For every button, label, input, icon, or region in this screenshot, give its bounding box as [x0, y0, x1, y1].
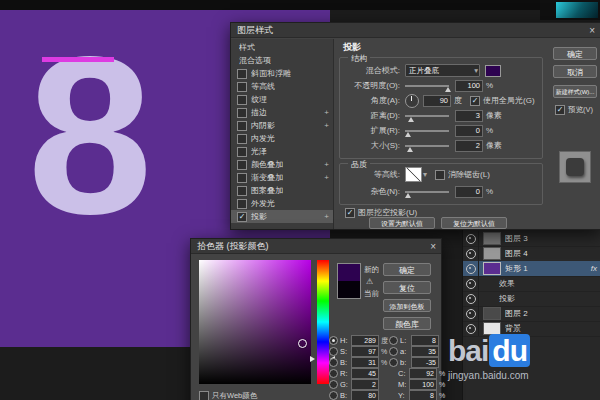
- ok-button[interactable]: 确定: [553, 47, 597, 60]
- add-instance-icon[interactable]: +: [324, 212, 329, 221]
- radio-h[interactable]: [329, 336, 338, 345]
- set-default-button[interactable]: 设置为默认值: [369, 217, 435, 229]
- l-input[interactable]: 8: [411, 335, 439, 346]
- radio-s[interactable]: [329, 347, 338, 356]
- checkbox[interactable]: [237, 69, 247, 79]
- layer-row-selected[interactable]: 矩形 1 fx: [463, 261, 600, 277]
- new-style-button[interactable]: 新建样式(W)...: [553, 85, 597, 98]
- checkbox[interactable]: [237, 147, 247, 157]
- style-list-item-inner-glow[interactable]: 内发光: [231, 132, 333, 145]
- radio-b2[interactable]: [329, 391, 338, 400]
- r-input[interactable]: 45: [351, 368, 379, 379]
- lab-b-input[interactable]: -35: [411, 357, 439, 368]
- checkbox[interactable]: [237, 121, 247, 131]
- cancel-button[interactable]: 取消: [553, 65, 597, 78]
- layer-row[interactable]: 图层 3: [463, 231, 600, 247]
- checkbox[interactable]: ✓: [237, 212, 247, 222]
- s-input[interactable]: 97: [351, 346, 379, 357]
- shadow-color-swatch[interactable]: [485, 65, 501, 77]
- add-instance-icon[interactable]: +: [324, 160, 329, 169]
- radio-lab-b[interactable]: [389, 358, 398, 367]
- angle-input[interactable]: 90: [423, 95, 451, 107]
- checkbox[interactable]: [237, 186, 247, 196]
- checkbox[interactable]: [237, 95, 247, 105]
- add-instance-icon[interactable]: +: [324, 121, 329, 130]
- visibility-toggle[interactable]: [463, 246, 479, 261]
- radio-l[interactable]: [389, 336, 398, 345]
- visibility-toggle[interactable]: [463, 261, 479, 276]
- y-input[interactable]: 8: [409, 390, 437, 400]
- layer-row[interactable]: 图层 2: [463, 306, 600, 322]
- ok-button[interactable]: 确定: [383, 263, 431, 276]
- effects-row[interactable]: 效果: [463, 276, 600, 292]
- opacity-slider[interactable]: [405, 85, 449, 87]
- style-list-item-bevel-emboss[interactable]: 斜面和浮雕: [231, 67, 333, 80]
- style-list-item-pattern-overlay[interactable]: 图案叠加: [231, 184, 333, 197]
- g-input[interactable]: 2: [351, 379, 379, 390]
- distance-input[interactable]: 3: [455, 110, 483, 122]
- saturation-brightness-field[interactable]: [199, 260, 311, 384]
- reset-button[interactable]: 复位: [383, 281, 431, 294]
- add-to-swatches-button[interactable]: 添加到色板: [383, 299, 431, 312]
- style-list-item-satin[interactable]: 光泽: [231, 145, 333, 158]
- color-picker-titlebar[interactable]: 拾色器 (投影颜色) ×: [191, 239, 441, 254]
- visibility-toggle[interactable]: [463, 306, 479, 321]
- layer-thumbnail[interactable]: [483, 247, 501, 260]
- layer-style-titlebar[interactable]: 图层样式 ×: [231, 23, 600, 38]
- contour-thumbnail[interactable]: [405, 167, 422, 182]
- c-input[interactable]: 92: [409, 368, 437, 379]
- antialias-checkbox[interactable]: [435, 170, 445, 180]
- style-list-item-outer-glow[interactable]: 外发光: [231, 197, 333, 210]
- hue-slider[interactable]: [317, 260, 329, 384]
- layer-thumbnail[interactable]: [483, 262, 501, 275]
- b-input[interactable]: 31: [351, 357, 379, 368]
- style-list-item-contour[interactable]: 等高线: [231, 80, 333, 93]
- radio-a[interactable]: [389, 347, 398, 356]
- style-list-item-texture[interactable]: 纹理: [231, 93, 333, 106]
- distance-slider[interactable]: [405, 115, 449, 117]
- checkbox[interactable]: [237, 134, 247, 144]
- layer-knockout-checkbox[interactable]: ✓: [345, 208, 355, 218]
- spread-input[interactable]: 0: [455, 125, 483, 137]
- style-list-item-blending-options[interactable]: 混合选项: [231, 54, 333, 67]
- b2-input[interactable]: 80: [351, 390, 379, 400]
- drop-shadow-effect-row[interactable]: 投影: [463, 291, 600, 307]
- spread-slider[interactable]: [405, 130, 449, 132]
- gamut-warning-icon[interactable]: ⚠: [366, 277, 373, 286]
- checkbox[interactable]: [237, 82, 247, 92]
- opacity-input[interactable]: 100: [455, 80, 483, 92]
- visibility-toggle[interactable]: [463, 231, 479, 246]
- close-icon[interactable]: ×: [430, 239, 436, 254]
- add-instance-icon[interactable]: +: [324, 108, 329, 117]
- h-input[interactable]: 289: [351, 335, 379, 346]
- style-list-item-stroke[interactable]: 描边+: [231, 106, 333, 119]
- layer-thumbnail[interactable]: [483, 307, 501, 320]
- checkbox[interactable]: [237, 108, 247, 118]
- angle-dial[interactable]: [405, 94, 419, 108]
- global-light-checkbox[interactable]: ✓: [470, 96, 480, 106]
- hue-marker-left[interactable]: [310, 356, 315, 362]
- fx-badge[interactable]: fx: [591, 264, 597, 273]
- chevron-down-icon[interactable]: ▾: [423, 170, 427, 179]
- reset-default-button[interactable]: 复位为默认值: [441, 217, 507, 229]
- visibility-toggle[interactable]: [463, 291, 479, 306]
- add-instance-icon[interactable]: +: [324, 173, 329, 182]
- style-list-item-drop-shadow[interactable]: ✓投影+: [231, 210, 333, 223]
- color-libraries-button[interactable]: 颜色库: [383, 317, 431, 330]
- m-input[interactable]: 100: [409, 379, 437, 390]
- visibility-toggle[interactable]: [463, 276, 479, 291]
- checkbox[interactable]: [237, 173, 247, 183]
- color-field-marker[interactable]: [298, 339, 307, 348]
- a-input[interactable]: 35: [411, 346, 439, 357]
- style-list-item-color-overlay[interactable]: 颜色叠加+: [231, 158, 333, 171]
- close-icon[interactable]: ×: [589, 23, 595, 38]
- layer-row[interactable]: 图层 4: [463, 246, 600, 262]
- radio-b[interactable]: [329, 358, 338, 367]
- style-list-item-inner-shadow[interactable]: 内阴影+: [231, 119, 333, 132]
- web-only-checkbox[interactable]: [199, 391, 209, 400]
- checkbox[interactable]: [237, 199, 247, 209]
- noise-slider[interactable]: [405, 191, 449, 193]
- noise-input[interactable]: 0: [455, 186, 483, 198]
- preview-checkbox[interactable]: ✓: [555, 105, 565, 115]
- blend-mode-select[interactable]: 正片叠底▾: [405, 64, 480, 77]
